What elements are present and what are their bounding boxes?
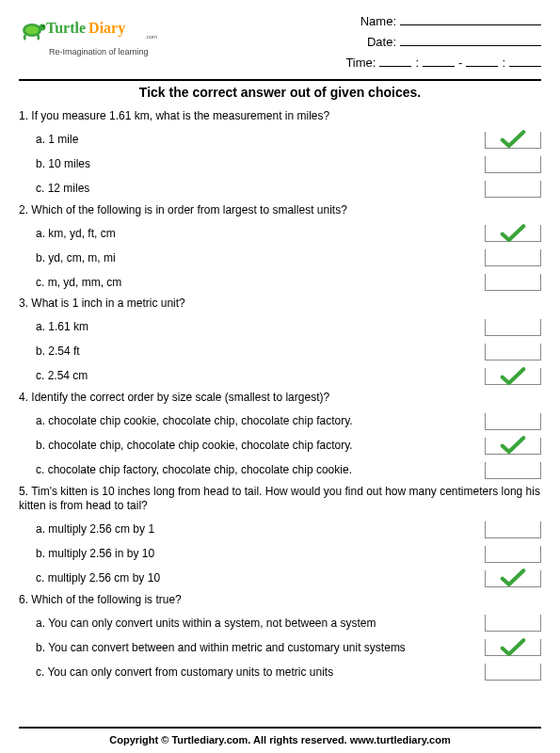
turtle-diary-logo: TurtleDiary .com [19, 11, 179, 49]
answer-slot[interactable] [485, 615, 541, 632]
option-row: a. 1.61 km [36, 317, 541, 338]
answer-slot[interactable] [485, 344, 541, 360]
answer-slot[interactable] [485, 249, 541, 266]
question-text: 2. Which of the following is in order fr… [19, 203, 541, 218]
option-row: b. 2.54 ft [36, 342, 541, 362]
svg-text:.com: .com [145, 34, 157, 40]
options: a. 1.61 kmb. 2.54 ftc. 2.54 cm [19, 317, 541, 387]
question: 2. Which of the following is in order fr… [19, 203, 541, 294]
option-text: c. 2.54 cm [36, 369, 485, 384]
option-text: c. chocolate chip factory, chocolate chi… [36, 463, 485, 478]
time-blank[interactable] [379, 56, 411, 67]
option-row: b. chocolate chip, chocolate chip cookie… [36, 436, 541, 457]
option-text: a. multiply 2.56 cm by 1 [36, 522, 485, 537]
answer-slot[interactable] [485, 132, 541, 149]
option-row: c. 12 miles [36, 179, 541, 200]
check-icon [500, 366, 526, 387]
check-icon [500, 637, 526, 658]
answer-slot[interactable] [485, 462, 541, 479]
name-blank[interactable] [400, 14, 541, 25]
option-row: a. You can only convert units within a s… [36, 613, 541, 633]
options: a. You can only convert units within a s… [19, 613, 541, 682]
option-row: a. 1 mile [36, 130, 541, 151]
answer-slot[interactable] [485, 368, 541, 385]
question: 3. What is 1 inch in a metric unit?a. 1.… [19, 296, 541, 387]
worksheet-header: TurtleDiary .com Re-Imagination of learn… [19, 11, 541, 73]
answer-slot[interactable] [485, 181, 541, 198]
option-row: a. multiply 2.56 cm by 1 [36, 520, 541, 540]
svg-text:TurtleDiary: TurtleDiary [46, 20, 125, 37]
option-row: c. m, yd, mm, cm [36, 272, 541, 293]
answer-slot[interactable] [485, 225, 541, 242]
time-blank[interactable] [466, 56, 498, 67]
question-text: 5. Tim's kitten is 10 inches long from h… [19, 485, 541, 514]
time-blank[interactable] [423, 56, 455, 67]
svg-point-1 [25, 26, 39, 35]
option-row: b. yd, cm, m, mi [36, 248, 541, 268]
options: a. km, yd, ft, cmb. yd, cm, m, mic. m, y… [19, 223, 541, 293]
option-text: b. multiply 2.56 in by 10 [36, 547, 485, 562]
question: 6. Which of the following is true?a. You… [19, 593, 541, 683]
option-row: b. 10 miles [36, 154, 541, 175]
answer-slot[interactable] [485, 521, 541, 538]
question: 5. Tim's kitten is 10 inches long from h… [19, 485, 541, 589]
svg-point-3 [42, 25, 44, 27]
check-icon [500, 435, 526, 456]
question: 4. Identify the correct order by size sc… [19, 391, 541, 481]
options: a. multiply 2.56 cm by 1b. multiply 2.56… [19, 520, 541, 589]
option-row: c. You can only convert from customary u… [36, 662, 541, 682]
option-text: a. 1 mile [36, 133, 485, 148]
option-row: a. chocolate chip cookie, chocolate chip… [36, 411, 541, 432]
option-text: c. multiply 2.56 cm by 10 [36, 571, 485, 586]
option-text: b. yd, cm, m, mi [36, 251, 485, 266]
options: a. chocolate chip cookie, chocolate chip… [19, 411, 541, 481]
option-text: a. km, yd, ft, cm [36, 227, 485, 242]
option-text: c. 12 miles [36, 182, 485, 197]
option-row: c. chocolate chip factory, chocolate chi… [36, 460, 541, 481]
questions-list: 1. If you measure 1.61 km, what is the m… [19, 109, 541, 682]
student-info: Name: Date: Time: : - : [345, 11, 541, 73]
option-text: b. chocolate chip, chocolate chip cookie… [36, 439, 485, 454]
check-icon [500, 568, 526, 588]
date-label: Date: [367, 32, 396, 53]
option-text: a. 1.61 km [36, 320, 485, 335]
answer-slot[interactable] [485, 664, 541, 681]
question-text: 6. Which of the following is true? [19, 593, 541, 608]
answer-slot[interactable] [485, 319, 541, 336]
option-row: a. km, yd, ft, cm [36, 223, 541, 244]
answer-slot[interactable] [485, 570, 541, 587]
check-icon [500, 223, 526, 244]
time-label: Time: [345, 53, 376, 73]
name-label: Name: [360, 11, 396, 32]
question: 1. If you measure 1.61 km, what is the m… [19, 109, 541, 200]
answer-slot[interactable] [485, 413, 541, 430]
tagline: Re-Imagination of learning [49, 47, 179, 56]
question-text: 1. If you measure 1.61 km, what is the m… [19, 109, 541, 124]
answer-slot[interactable] [485, 438, 541, 455]
option-row: c. multiply 2.56 cm by 10 [36, 569, 541, 589]
option-row: b. multiply 2.56 in by 10 [36, 544, 541, 565]
option-row: c. 2.54 cm [36, 366, 541, 387]
answer-slot[interactable] [485, 639, 541, 656]
answer-slot[interactable] [485, 156, 541, 173]
option-row: b. You can convert between and within me… [36, 637, 541, 658]
option-text: c. m, yd, mm, cm [36, 276, 485, 291]
option-text: b. 10 miles [36, 157, 485, 172]
divider [19, 79, 541, 81]
check-icon [500, 129, 526, 150]
time-blank[interactable] [509, 56, 541, 67]
footer: Copyright © Turtlediary.com. All rights … [19, 727, 541, 745]
logo-block: TurtleDiary .com Re-Imagination of learn… [19, 11, 179, 56]
option-text: a. You can only convert units within a s… [36, 617, 485, 632]
option-text: b. 2.54 ft [36, 344, 485, 360]
option-text: a. chocolate chip cookie, chocolate chip… [36, 414, 485, 429]
option-text: b. You can convert between and within me… [36, 641, 485, 656]
answer-slot[interactable] [485, 546, 541, 563]
answer-slot[interactable] [485, 274, 541, 291]
option-text: c. You can only convert from customary u… [36, 665, 485, 681]
question-text: 4. Identify the correct order by size sc… [19, 391, 541, 406]
date-blank[interactable] [400, 35, 541, 46]
instruction: Tick the correct answer out of given cho… [19, 85, 541, 100]
options: a. 1 mileb. 10 milesc. 12 miles [19, 130, 541, 200]
svg-point-2 [40, 24, 46, 31]
